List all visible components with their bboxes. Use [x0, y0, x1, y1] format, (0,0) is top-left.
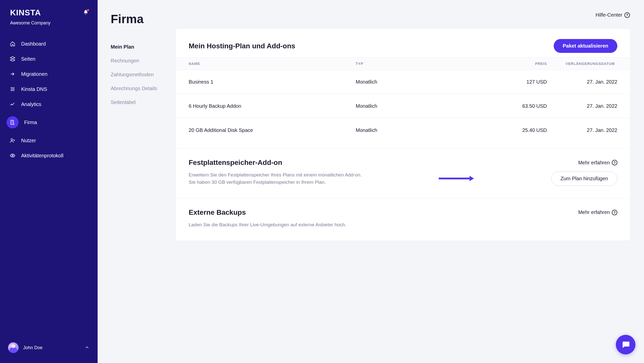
sidebar: KINSTA Awesome Company Dashboard Seiten …	[0, 0, 98, 363]
notifications-bell[interactable]	[83, 10, 89, 16]
cell-price: 63.50 USD	[461, 103, 547, 109]
table-row: 20 GB Additional Disk Space Monatlich 25…	[176, 118, 630, 148]
avatar	[8, 342, 19, 353]
svg-point-0	[11, 139, 13, 140]
notification-dot-icon	[87, 9, 89, 11]
nav-label: Kinsta DNS	[21, 86, 47, 92]
svg-point-1	[12, 155, 13, 156]
nav-label: Seiten	[21, 56, 35, 62]
question-icon: ?	[612, 160, 617, 165]
ext-backups-title: Externe Backups	[189, 208, 246, 216]
cell-price: 25.40 USD	[461, 127, 547, 133]
primary-nav: Dashboard Seiten Migrationen Kinsta DNS …	[0, 35, 98, 335]
company-name: Awesome Company	[0, 20, 98, 35]
external-backups-section: Externe Backups Mehr erfahren ? Laden Si…	[176, 198, 630, 240]
cell-renews: 27. Jan. 2022	[547, 103, 617, 109]
chat-icon	[621, 340, 630, 349]
subnav-item-site-labels[interactable]: Seitenlabel	[111, 95, 176, 109]
table-row: 6 Hourly Backup Addon Monatlich 63.50 US…	[176, 94, 630, 118]
brand-logo: KINSTA	[10, 8, 41, 17]
dns-icon	[10, 86, 16, 92]
add-disk-button[interactable]: Zum Plan hinzufügen	[551, 171, 617, 186]
nav-label: Migrationen	[21, 71, 48, 77]
question-icon: ?	[612, 210, 617, 215]
cell-name: Business 1	[189, 79, 356, 85]
update-plan-button[interactable]: Paket aktualisieren	[554, 39, 617, 53]
col-price: PREIS	[461, 62, 547, 66]
nav-label: Nutzer	[21, 138, 36, 143]
content-card: Mein Hosting-Plan und Add-ons Paket aktu…	[176, 29, 630, 240]
nav-label: Firma	[24, 120, 37, 125]
cell-name: 20 GB Additional Disk Space	[189, 127, 356, 133]
nav-label: Analytics	[21, 101, 41, 107]
svg-marker-3	[470, 176, 474, 181]
learn-more-label: Mehr erfahren	[578, 160, 610, 166]
nav-item-analytics[interactable]: Analytics	[5, 98, 93, 111]
ext-backups-learn-more[interactable]: Mehr erfahren ?	[578, 209, 617, 215]
plan-section: Mein Hosting-Plan und Add-ons Paket aktu…	[176, 29, 630, 149]
nav-label: Dashboard	[21, 41, 46, 47]
building-icon	[10, 119, 16, 125]
eye-icon	[10, 153, 16, 159]
subnav-item-billing-details[interactable]: Abrechnungs Details	[111, 82, 176, 95]
nav-item-activity[interactable]: Aktivitätenprotokoll	[5, 149, 93, 162]
subnav-item-invoices[interactable]: Rechnungen	[111, 54, 176, 68]
chevron-up-icon	[85, 345, 90, 351]
plan-table-header: NAME TYP PREIS VERLÄNGERUNGSDATUM	[176, 57, 630, 70]
cell-renews: 27. Jan. 2022	[547, 127, 617, 133]
nav-item-migrations[interactable]: Migrationen	[5, 67, 93, 81]
col-type: TYP	[356, 62, 461, 66]
page-title: Firma	[111, 12, 176, 26]
subnav-item-my-plan[interactable]: Mein Plan	[111, 40, 176, 54]
chat-fab[interactable]	[616, 335, 635, 354]
disk-addon-learn-more[interactable]: Mehr erfahren ?	[578, 160, 617, 166]
cell-type: Monatlich	[356, 103, 461, 109]
disk-addon-section: Festplattenspeicher-Add-on Mehr erfahren…	[176, 149, 630, 198]
sidebar-user[interactable]: John Doe	[0, 335, 98, 363]
user-plus-icon	[10, 137, 16, 143]
home-icon	[10, 41, 16, 47]
main-content: Hilfe-Center ? Mein Hosting-Plan und Add…	[176, 0, 644, 363]
table-row: Business 1 Monatlich 127 USD 27. Jan. 20…	[176, 70, 630, 94]
nav-item-sites[interactable]: Seiten	[5, 52, 93, 65]
nav-label: Aktivitätenprotokoll	[21, 153, 63, 159]
arrow-annotation-icon	[439, 175, 474, 182]
disk-addon-description: Erweitern Sie den Festplattenspeicher Ih…	[189, 171, 362, 186]
help-center-link[interactable]: Hilfe-Center ?	[595, 12, 630, 18]
nav-item-dashboard[interactable]: Dashboard	[5, 37, 93, 50]
arrow-right-icon	[10, 71, 16, 77]
cell-renews: 27. Jan. 2022	[547, 79, 617, 85]
nav-item-company[interactable]: Firma	[5, 113, 93, 132]
cell-type: Monatlich	[356, 79, 461, 85]
subnav-column: Firma Mein Plan Rechnungen Zahlungsmetho…	[98, 0, 176, 363]
analytics-icon	[10, 101, 16, 107]
cell-price: 127 USD	[461, 79, 547, 85]
col-renews: VERLÄNGERUNGSDATUM	[547, 62, 617, 66]
plan-section-title: Mein Hosting-Plan und Add-ons	[189, 42, 295, 50]
nav-item-users[interactable]: Nutzer	[5, 134, 93, 147]
ext-backups-description: Laden Sie die Backups Ihrer Live-Umgebun…	[189, 221, 346, 228]
question-icon: ?	[624, 12, 630, 18]
subnav-item-payment-methods[interactable]: Zahlungsmethoden	[111, 68, 176, 82]
layers-icon	[10, 56, 16, 62]
cell-type: Monatlich	[356, 127, 461, 133]
learn-more-label: Mehr erfahren	[578, 209, 610, 215]
disk-addon-title: Festplattenspeicher-Add-on	[189, 159, 282, 167]
user-name: John Doe	[23, 345, 80, 350]
help-center-label: Hilfe-Center	[595, 12, 622, 18]
col-name: NAME	[189, 62, 356, 66]
nav-item-dns[interactable]: Kinsta DNS	[5, 83, 93, 96]
cell-name: 6 Hourly Backup Addon	[189, 103, 356, 109]
